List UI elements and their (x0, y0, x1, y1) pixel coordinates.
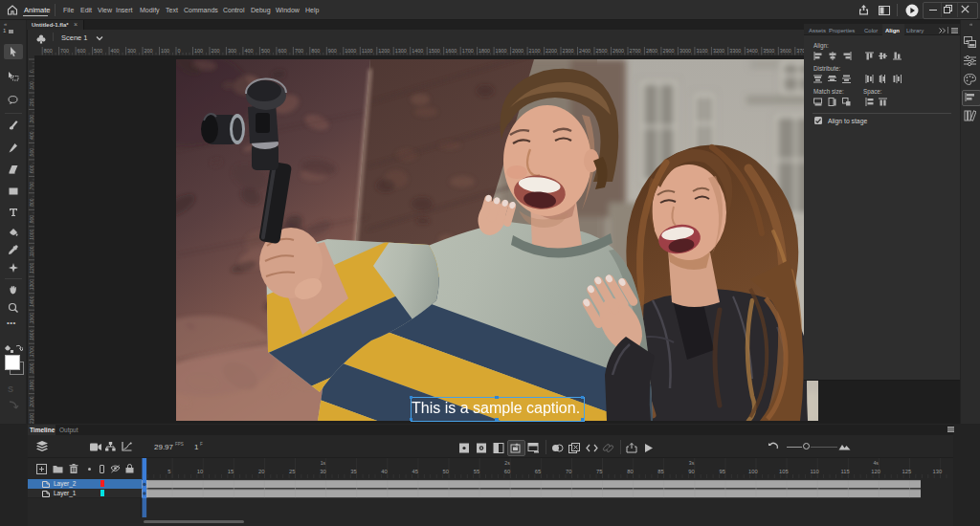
svg-text:120: 120 (871, 469, 880, 474)
svg-text:800: 800 (44, 48, 53, 54)
svg-text:2500: 2500 (596, 48, 608, 54)
svg-text:1700: 1700 (462, 48, 474, 54)
svg-text:1700: 1700 (29, 346, 34, 357)
svg-text:1800: 1800 (479, 48, 490, 54)
svg-text:500: 500 (94, 48, 102, 54)
svg-text:2s: 2s (504, 460, 510, 466)
svg-text:1100: 1100 (362, 48, 373, 54)
svg-text:1s: 1s (321, 460, 326, 466)
svg-text:1600: 1600 (445, 48, 457, 54)
svg-text:4s: 4s (873, 460, 879, 466)
svg-text:1200: 1200 (378, 48, 390, 54)
svg-text:400: 400 (111, 48, 120, 54)
svg-text:100: 100 (29, 81, 34, 90)
svg-text:700: 700 (29, 182, 34, 190)
svg-text:400: 400 (244, 48, 253, 54)
svg-text:1600: 1600 (29, 329, 34, 340)
svg-text:3100: 3100 (696, 48, 707, 54)
svg-text:200: 200 (145, 48, 153, 54)
svg-text:0: 0 (29, 70, 34, 73)
svg-text:3500: 3500 (763, 48, 774, 54)
svg-text:20: 20 (258, 469, 264, 474)
svg-text:3600: 3600 (780, 48, 791, 54)
svg-text:25: 25 (289, 469, 295, 474)
svg-text:200: 200 (29, 98, 34, 106)
svg-text:600: 600 (29, 164, 34, 173)
svg-text:800: 800 (29, 198, 34, 207)
svg-text:700: 700 (60, 48, 69, 54)
svg-text:95: 95 (719, 469, 724, 474)
svg-text:55: 55 (474, 469, 479, 474)
svg-text:100: 100 (748, 469, 758, 474)
svg-text:1900: 1900 (29, 380, 34, 390)
svg-text:5: 5 (167, 469, 170, 474)
svg-text:75: 75 (596, 469, 602, 474)
svg-text:2100: 2100 (529, 48, 541, 54)
svg-text:1300: 1300 (29, 279, 34, 290)
svg-text:130: 130 (933, 469, 943, 474)
svg-text:2000: 2000 (512, 48, 523, 54)
svg-text:300: 300 (228, 48, 236, 54)
svg-text:0: 0 (178, 48, 181, 54)
svg-text:80: 80 (627, 469, 633, 474)
svg-text:2900: 2900 (662, 48, 674, 54)
svg-text:2800: 2800 (646, 48, 657, 54)
svg-text:1500: 1500 (29, 313, 34, 323)
svg-text:125: 125 (902, 469, 911, 474)
svg-text:3000: 3000 (679, 48, 691, 54)
svg-text:3200: 3200 (713, 48, 724, 54)
svg-text:105: 105 (779, 469, 789, 474)
svg-text:600: 600 (278, 48, 286, 54)
svg-text:10: 10 (197, 469, 203, 474)
svg-text:30: 30 (320, 469, 325, 474)
svg-text:400: 400 (29, 131, 34, 140)
svg-text:1000: 1000 (345, 48, 356, 54)
svg-text:45: 45 (412, 469, 417, 474)
svg-text:1100: 1100 (29, 246, 34, 256)
svg-text:2600: 2600 (612, 48, 624, 54)
svg-text:1200: 1200 (29, 262, 34, 273)
svg-text:100: 100 (194, 48, 203, 54)
svg-text:200: 200 (212, 48, 220, 54)
svg-text:2300: 2300 (563, 48, 574, 54)
svg-text:900: 900 (29, 215, 34, 224)
svg-text:2100: 2100 (29, 413, 34, 424)
svg-text:800: 800 (311, 48, 320, 54)
svg-text:2200: 2200 (546, 48, 557, 54)
svg-text:1500: 1500 (429, 48, 440, 54)
svg-text:500: 500 (29, 148, 34, 157)
svg-text:3s: 3s (689, 460, 695, 466)
svg-text:2700: 2700 (630, 48, 641, 54)
svg-text:700: 700 (295, 48, 303, 54)
svg-text:100: 100 (161, 48, 169, 54)
svg-text:1300: 1300 (395, 48, 407, 54)
svg-text:2400: 2400 (579, 48, 590, 54)
svg-text:300: 300 (29, 115, 34, 123)
svg-text:3700: 3700 (796, 48, 804, 54)
svg-text:60: 60 (504, 469, 510, 474)
svg-text:110: 110 (810, 469, 818, 474)
svg-text:15: 15 (228, 469, 234, 474)
svg-text:40: 40 (381, 469, 387, 474)
svg-text:1000: 1000 (29, 229, 34, 239)
svg-text:500: 500 (261, 48, 270, 54)
svg-text:50: 50 (443, 469, 449, 474)
svg-text:1400: 1400 (29, 296, 34, 306)
svg-text:90: 90 (688, 469, 694, 474)
svg-text:65: 65 (535, 469, 541, 474)
svg-text:2000: 2000 (29, 396, 34, 406)
svg-text:300: 300 (127, 48, 136, 54)
svg-text:70: 70 (566, 469, 571, 474)
svg-text:1400: 1400 (412, 48, 423, 54)
svg-text:85: 85 (657, 469, 663, 474)
svg-text:35: 35 (350, 469, 356, 474)
svg-text:1800: 1800 (29, 362, 34, 373)
svg-text:1900: 1900 (496, 48, 507, 54)
svg-text:900: 900 (328, 48, 337, 54)
svg-text:600: 600 (78, 48, 86, 54)
svg-text:3300: 3300 (729, 48, 741, 54)
svg-text:3400: 3400 (746, 48, 758, 54)
svg-text:115: 115 (840, 469, 849, 474)
